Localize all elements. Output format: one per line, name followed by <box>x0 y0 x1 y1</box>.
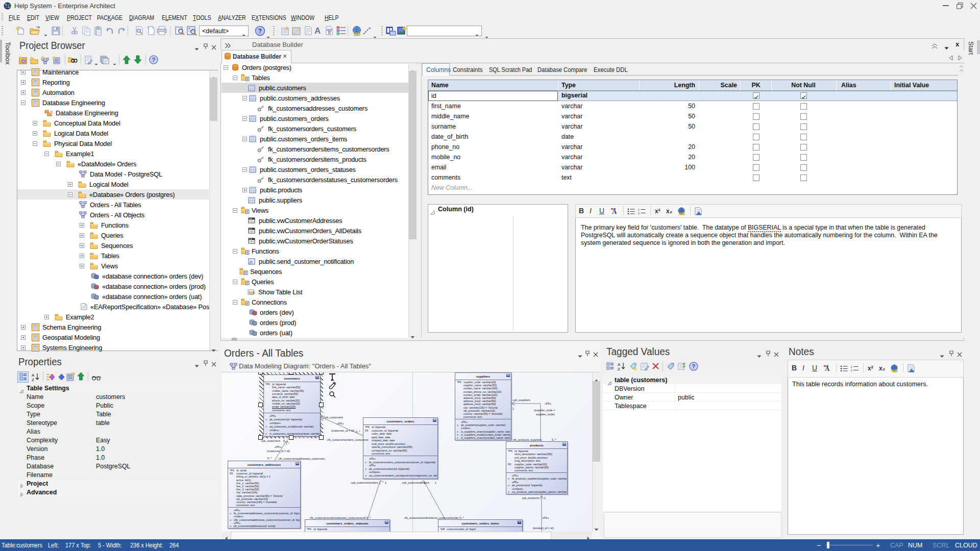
svg-text:(customer_id = id): (customer_id = id) <box>267 449 290 453</box>
svg-text:+pk_customersorders: +pk_customersorders <box>402 481 429 484</box>
svg-text:?: ? <box>258 28 262 35</box>
svg-text:0..*: 0..* <box>356 430 360 433</box>
svg-text:+pk_products: +pk_products <box>522 496 539 499</box>
svg-text:A: A <box>618 362 621 367</box>
svg-text:(product_id = id): (product_id = id) <box>533 527 554 530</box>
svg-text:+fk_customersorders_customers: +fk_customersorders_customers <box>327 438 368 441</box>
svg-text:Z: Z <box>618 367 620 371</box>
svg-text:1: 1 <box>851 365 852 368</box>
svg-text:1: 1 <box>385 481 386 484</box>
svg-text:1: 1 <box>544 496 546 499</box>
svg-text:?: ? <box>692 363 696 369</box>
svg-text:+pk_suppliers: +pk_suppliers <box>512 398 530 402</box>
svg-text:+pk_customers: +pk_customers <box>261 439 280 442</box>
svg-text:(supplier_code =: (supplier_code = <box>534 409 555 412</box>
svg-text:«FK»: «FK» <box>337 422 344 425</box>
svg-text:?: ? <box>152 57 156 63</box>
svg-text:+fk_customersordersitems_custo: +fk_customersordersitems_customersorder … <box>404 516 464 519</box>
svg-text:1: 1 <box>638 208 640 211</box>
svg-text:0..*: 0..* <box>267 457 272 460</box>
svg-text:(customer_id = id): (customer_id = id) <box>331 429 354 432</box>
svg-text:supplier_code): supplier_code) <box>536 413 555 416</box>
svg-text:+pk_customers: +pk_customers <box>324 416 343 419</box>
svg-text:+fk_products_suppliers: +fk_products_suppliers <box>512 438 542 441</box>
svg-text:+fk_customersordersstatuses_cu: +fk_customersordersstatuses_customersord… <box>309 516 371 519</box>
svg-text:2: 2 <box>638 212 640 215</box>
svg-text:«PK»: «PK» <box>275 445 282 448</box>
svg-text:0..1: 0..1 <box>283 439 288 442</box>
svg-text:«FK»: «FK» <box>545 402 551 405</box>
svg-text:+fk_customersaddresses_custome: +fk_customersaddresses_customers <box>278 457 325 460</box>
svg-text:2: 2 <box>851 369 852 372</box>
svg-text:«FK»: «FK» <box>542 516 549 519</box>
svg-text:1: 1 <box>512 407 514 410</box>
svg-text:Z: Z <box>32 378 34 382</box>
svg-text:1: 1 <box>320 423 321 426</box>
svg-text:A: A <box>32 373 35 378</box>
svg-text:fx: fx <box>250 259 253 264</box>
svg-text:+pk_customersorders: +pk_customersorders <box>351 481 378 484</box>
svg-text:SQL: SQL <box>249 290 255 294</box>
svg-text:1: 1 <box>435 481 436 484</box>
svg-text:0..*: 0..* <box>552 438 556 441</box>
